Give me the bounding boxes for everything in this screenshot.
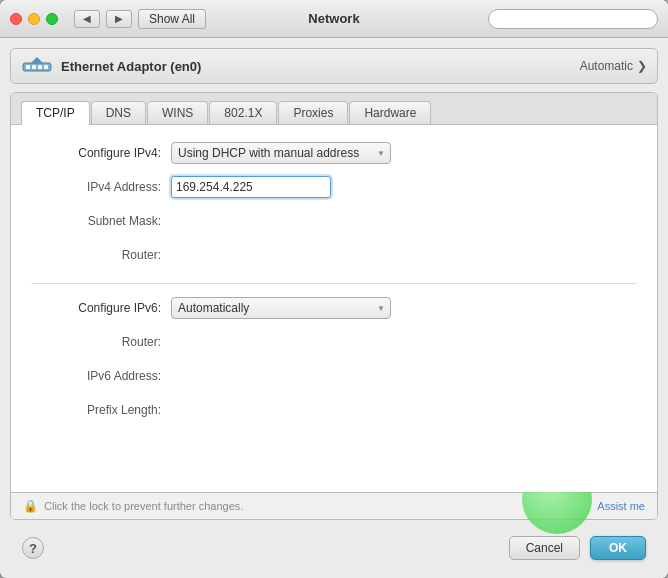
network-window: ◀ ▶ Show All Network Ethernet Adaptor (e…: [0, 0, 668, 578]
configure-ipv4-wrapper: Using DHCP Using DHCP with manual addres…: [171, 142, 391, 164]
assist-me-link[interactable]: Assist me: [597, 500, 645, 512]
cancel-button[interactable]: Cancel: [509, 536, 580, 560]
main-panel: TCP/IP DNS WINS 802.1X Proxies Hardware …: [10, 92, 658, 520]
ipv4-address-row: IPv4 Address:: [31, 175, 637, 199]
show-all-button[interactable]: Show All: [138, 9, 206, 29]
svg-rect-1: [26, 65, 30, 69]
chevron-icon: ❯: [637, 59, 647, 73]
svg-rect-4: [44, 65, 48, 69]
bottom-right-buttons: Cancel OK: [509, 536, 646, 560]
bottom-bar: ? Cancel OK: [10, 528, 658, 568]
adaptor-bar: Ethernet Adaptor (en0) Automatic ❯: [10, 48, 658, 84]
svg-rect-3: [38, 65, 42, 69]
tab-hardware[interactable]: Hardware: [349, 101, 431, 124]
subnet-mask-row: Subnet Mask:: [31, 209, 637, 233]
configure-ipv6-select[interactable]: Automatically Manually Off: [171, 297, 391, 319]
lock-text: Click the lock to prevent further change…: [44, 500, 243, 512]
ok-button[interactable]: OK: [590, 536, 646, 560]
ipv4-address-label: IPv4 Address:: [31, 180, 171, 194]
tab-dns[interactable]: DNS: [91, 101, 146, 124]
back-button[interactable]: ◀: [74, 10, 100, 28]
ipv6-address-row: IPv6 Address:: [31, 364, 637, 388]
svg-rect-2: [32, 65, 36, 69]
maximize-button[interactable]: [46, 13, 58, 25]
configure-ipv4-row: Configure IPv4: Using DHCP Using DHCP wi…: [31, 141, 637, 165]
search-input[interactable]: [488, 9, 658, 29]
configure-ipv6-wrapper: Automatically Manually Off: [171, 297, 391, 319]
lock-bar: 🔒 Click the lock to prevent further chan…: [11, 492, 657, 519]
router-label: Router:: [31, 248, 171, 262]
configure-ipv6-label: Configure IPv6:: [31, 301, 171, 315]
configure-ipv4-label: Configure IPv4:: [31, 146, 171, 160]
tabs-bar: TCP/IP DNS WINS 802.1X Proxies Hardware: [11, 93, 657, 125]
tab-wins[interactable]: WINS: [147, 101, 208, 124]
configure-ipv6-row: Configure IPv6: Automatically Manually O…: [31, 296, 637, 320]
router-row: Router:: [31, 243, 637, 267]
lock-icon: 🔒: [23, 499, 38, 513]
help-button[interactable]: ?: [22, 537, 44, 559]
tab-proxies[interactable]: Proxies: [278, 101, 348, 124]
form-area: Configure IPv4: Using DHCP Using DHCP wi…: [11, 125, 657, 492]
tab-tcpip[interactable]: TCP/IP: [21, 101, 90, 125]
close-button[interactable]: [10, 13, 22, 25]
subnet-mask-label: Subnet Mask:: [31, 214, 171, 228]
window-title: Network: [308, 11, 359, 26]
forward-button[interactable]: ▶: [106, 10, 132, 28]
ipv6-address-label: IPv6 Address:: [31, 369, 171, 383]
adaptor-icon: [21, 55, 53, 77]
router-ipv6-label: Router:: [31, 335, 171, 349]
tab-8021x[interactable]: 802.1X: [209, 101, 277, 124]
prefix-length-label: Prefix Length:: [31, 403, 171, 417]
configure-ipv4-select[interactable]: Using DHCP Using DHCP with manual addres…: [171, 142, 391, 164]
ipv4-address-input[interactable]: [171, 176, 331, 198]
router-ipv6-row: Router:: [31, 330, 637, 354]
separator: [31, 283, 637, 284]
adaptor-name: Ethernet Adaptor (en0): [61, 59, 572, 74]
titlebar: ◀ ▶ Show All Network: [0, 0, 668, 38]
traffic-lights: [10, 13, 58, 25]
adaptor-mode[interactable]: Automatic ❯: [580, 59, 647, 73]
nav-controls: ◀ ▶ Show All: [74, 9, 206, 29]
svg-marker-5: [31, 57, 43, 63]
prefix-length-row: Prefix Length:: [31, 398, 637, 422]
content-area: Ethernet Adaptor (en0) Automatic ❯ TCP/I…: [0, 38, 668, 578]
minimize-button[interactable]: [28, 13, 40, 25]
ethernet-icon: [21, 55, 53, 77]
